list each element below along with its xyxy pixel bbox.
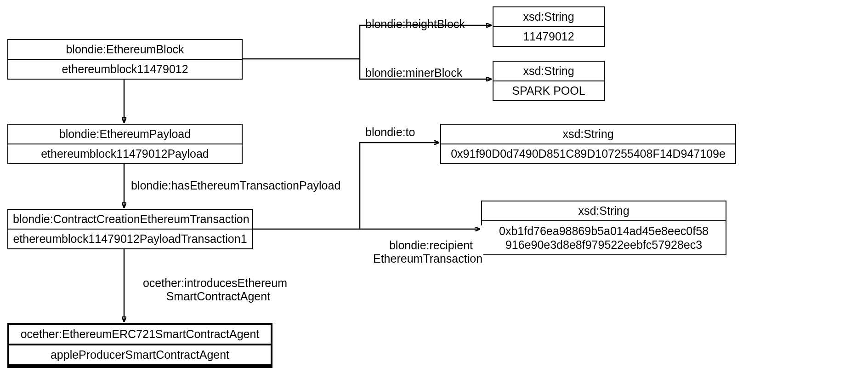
node-miner-block: xsd:String SPARK POOL xyxy=(493,61,605,101)
node-value-label: 0x91f90D0d7490D851C89D107255408F14D94710… xyxy=(441,144,735,163)
node-recipient-address: xsd:String 0xb1fd76ea98869b5a014ad45e8ee… xyxy=(481,201,726,255)
edge-label-recipient-line2: EthereumTransaction xyxy=(373,252,482,265)
node-value-label: 11479012 xyxy=(494,27,604,46)
node-value-label: SPARK POOL xyxy=(494,81,604,100)
recipient-line1: 0xb1fd76ea98869b5a014ad45e8eec0f58 xyxy=(499,224,709,237)
node-instance-label: appleProducerSmartContractAgent xyxy=(9,345,271,366)
edge-label-height-block: blondie:heightBlock xyxy=(364,17,466,31)
node-instance-label: ethereumblock11479012 xyxy=(8,60,242,79)
node-value-label: 0xb1fd76ea98869b5a014ad45e8eec0f58 916e9… xyxy=(482,221,726,254)
recipient-line2: 916e90e3d8e8f979522eebfc57928ec3 xyxy=(505,238,702,251)
node-to-address: xsd:String 0x91f90D0d7490D851C89D1072554… xyxy=(440,124,736,164)
edge-label-miner-block: blondie:minerBlock xyxy=(364,66,463,80)
edge-label-to: blondie:to xyxy=(364,126,416,139)
node-type-label: xsd:String xyxy=(494,7,604,27)
node-type-label: blondie:EthereumBlock xyxy=(8,40,242,60)
edge-label-has-payload: blondie:hasEthereumTransactionPayload xyxy=(130,179,341,192)
node-type-label: ocether:EthereumERC721SmartContractAgent xyxy=(9,325,271,345)
node-height-block: xsd:String 11479012 xyxy=(493,6,605,47)
node-type-label: xsd:String xyxy=(482,201,726,221)
node-type-label: xsd:String xyxy=(441,125,735,144)
edge-label-introduces-line1: ocether:introducesEthereum xyxy=(143,276,287,289)
node-type-label: blondie:ContractCreationEthereumTransact… xyxy=(8,210,252,230)
edge-label-recipient: blondie:recipientEthereumTransaction xyxy=(372,225,483,265)
node-type-label: blondie:EthereumPayload xyxy=(8,125,242,144)
node-ethereum-block: blondie:EthereumBlock ethereumblock11479… xyxy=(7,39,243,80)
node-instance-label: ethereumblock11479012Payload xyxy=(8,144,242,163)
edge-label-recipient-line1: blondie:recipient xyxy=(389,239,473,252)
node-contract-creation-tx: blondie:ContractCreationEthereumTransact… xyxy=(7,209,253,249)
edge-label-introduces-line2: SmartContractAgent xyxy=(166,290,271,303)
node-ethereum-payload: blondie:EthereumPayload ethereumblock114… xyxy=(7,124,243,164)
node-instance-label: ethereumblock11479012PayloadTransaction1 xyxy=(8,230,252,248)
edge-label-introduces: ocether:introducesEthereum SmartContract… xyxy=(136,263,288,303)
node-smart-contract-agent: ocether:EthereumERC721SmartContractAgent… xyxy=(7,323,272,368)
node-type-label: xsd:String xyxy=(494,62,604,81)
